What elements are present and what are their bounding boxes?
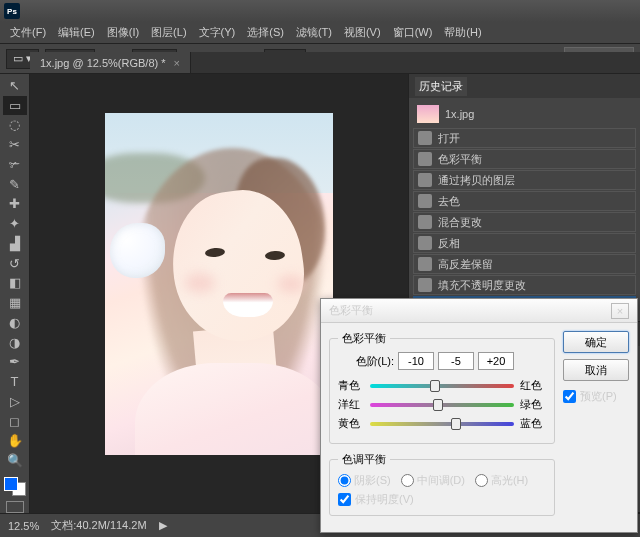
tool-type[interactable]: T <box>3 372 27 391</box>
zoom-level[interactable]: 12.5% <box>8 520 39 532</box>
history-step-icon <box>418 257 432 271</box>
level-input-2[interactable] <box>438 352 474 370</box>
tool-stamp[interactable]: ▟ <box>3 234 27 253</box>
slider-right-label: 绿色 <box>520 397 546 412</box>
menu-help[interactable]: 帮助(H) <box>438 23 487 42</box>
menu-filter[interactable]: 滤镜(T) <box>290 23 338 42</box>
close-icon[interactable]: × <box>611 303 629 319</box>
snapshot-name: 1x.jpg <box>445 108 474 120</box>
tool-eyedropper[interactable]: ✎ <box>3 175 27 194</box>
color-balance-dialog: 色彩平衡 × 色彩平衡 色阶(L): 青色 红色 洋红 <box>320 298 638 533</box>
doc-info: 文档:40.2M/114.2M <box>51 518 146 533</box>
menu-select[interactable]: 选择(S) <box>241 23 290 42</box>
tool-gradient[interactable]: ▦ <box>3 293 27 312</box>
level-input-3[interactable] <box>478 352 514 370</box>
chevron-right-icon[interactable]: ▶ <box>159 519 167 532</box>
slider-left-label: 黄色 <box>338 416 364 431</box>
tool-marquee[interactable]: ▭ <box>3 96 27 115</box>
history-step-icon <box>418 131 432 145</box>
menu-edit[interactable]: 编辑(E) <box>52 23 101 42</box>
history-item[interactable]: 通过拷贝的图层 <box>413 170 636 190</box>
tone-balance-group: 色调平衡 阴影(S) 中间调(D) 高光(H) 保持明度(V) <box>329 452 555 516</box>
tool-shape[interactable]: ◻ <box>3 412 27 431</box>
history-item[interactable]: 高反差保留 <box>413 254 636 274</box>
history-step-icon <box>418 215 432 229</box>
tool-blur[interactable]: ◐ <box>3 313 27 332</box>
document-tab[interactable]: 1x.jpg @ 12.5%(RGB/8) * × <box>30 52 191 73</box>
tool-history-brush[interactable]: ↺ <box>3 254 27 273</box>
highlights-radio[interactable]: 高光(H) <box>475 473 528 488</box>
yellow-blue-slider[interactable] <box>370 420 514 428</box>
preserve-luminosity-checkbox[interactable]: 保持明度(V) <box>338 492 546 507</box>
menu-layer[interactable]: 图层(L) <box>145 23 192 42</box>
dialog-title: 色彩平衡 <box>329 303 373 318</box>
level-input-1[interactable] <box>398 352 434 370</box>
color-balance-group: 色彩平衡 色阶(L): 青色 红色 洋红 绿色 <box>329 331 555 444</box>
preview-checkbox[interactable]: 预览(P) <box>563 389 629 404</box>
history-item[interactable]: 填充不透明度更改 <box>413 275 636 295</box>
tool-hand[interactable]: ✋ <box>3 432 27 451</box>
tool-move[interactable]: ↖ <box>3 76 27 95</box>
tool-brush[interactable]: ✦ <box>3 214 27 233</box>
history-item[interactable]: 打开 <box>413 128 636 148</box>
menu-image[interactable]: 图像(I) <box>101 23 145 42</box>
tool-heal[interactable]: ✚ <box>3 195 27 214</box>
history-step-icon <box>418 278 432 292</box>
shadows-radio[interactable]: 阴影(S) <box>338 473 391 488</box>
group-label: 色彩平衡 <box>338 331 390 346</box>
history-snapshot[interactable]: 1x.jpg <box>413 102 636 126</box>
tools-panel: ↖ ▭ ◌ ✂ ✃ ✎ ✚ ✦ ▟ ↺ ◧ ▦ ◐ ◑ ✒ T ▷ ◻ ✋ 🔍 <box>0 74 30 513</box>
close-icon[interactable]: × <box>174 57 180 69</box>
midtones-radio[interactable]: 中间调(D) <box>401 473 465 488</box>
app-logo: Ps <box>4 3 20 19</box>
slider-right-label: 红色 <box>520 378 546 393</box>
menu-window[interactable]: 窗口(W) <box>387 23 439 42</box>
slider-left-label: 洋红 <box>338 397 364 412</box>
history-item[interactable]: 去色 <box>413 191 636 211</box>
title-bar: Ps <box>0 0 640 22</box>
document-tabs: 1x.jpg @ 12.5%(RGB/8) * × <box>30 52 640 74</box>
tool-pen[interactable]: ✒ <box>3 353 27 372</box>
menu-type[interactable]: 文字(Y) <box>193 23 242 42</box>
tab-label: 1x.jpg @ 12.5%(RGB/8) * <box>40 57 166 69</box>
tool-dodge[interactable]: ◑ <box>3 333 27 352</box>
snapshot-thumb-icon <box>417 105 439 123</box>
history-item[interactable]: 混合更改 <box>413 212 636 232</box>
tool-lasso[interactable]: ◌ <box>3 116 27 135</box>
cancel-button[interactable]: 取消 <box>563 359 629 381</box>
quickmask-icon[interactable] <box>6 501 24 513</box>
history-item[interactable]: 反相 <box>413 233 636 253</box>
magenta-green-slider[interactable] <box>370 401 514 409</box>
history-step-icon <box>418 152 432 166</box>
tool-eraser[interactable]: ◧ <box>3 274 27 293</box>
menu-file[interactable]: 文件(F) <box>4 23 52 42</box>
document-canvas[interactable] <box>105 113 333 455</box>
color-swatch[interactable] <box>4 477 26 496</box>
history-step-icon <box>418 194 432 208</box>
tool-zoom[interactable]: 🔍 <box>3 451 27 470</box>
cyan-red-slider[interactable] <box>370 382 514 390</box>
history-step-icon <box>418 173 432 187</box>
menu-bar: 文件(F) 编辑(E) 图像(I) 图层(L) 文字(Y) 选择(S) 滤镜(T… <box>0 22 640 44</box>
history-item[interactable]: 色彩平衡 <box>413 149 636 169</box>
history-panel: 历史记录 1x.jpg 打开 色彩平衡 通过拷贝的图层 去色 混合更改 反相 高… <box>409 74 640 322</box>
group-label: 色调平衡 <box>338 452 390 467</box>
menu-view[interactable]: 视图(V) <box>338 23 387 42</box>
tool-wand[interactable]: ✂ <box>3 135 27 154</box>
slider-left-label: 青色 <box>338 378 364 393</box>
dialog-titlebar[interactable]: 色彩平衡 × <box>321 299 637 323</box>
tool-crop[interactable]: ✃ <box>3 155 27 174</box>
ok-button[interactable]: 确定 <box>563 331 629 353</box>
tool-path[interactable]: ▷ <box>3 392 27 411</box>
levels-label: 色阶(L): <box>338 354 394 369</box>
history-step-icon <box>418 236 432 250</box>
foreground-color[interactable] <box>4 477 18 491</box>
history-tab[interactable]: 历史记录 <box>415 77 467 96</box>
slider-right-label: 蓝色 <box>520 416 546 431</box>
